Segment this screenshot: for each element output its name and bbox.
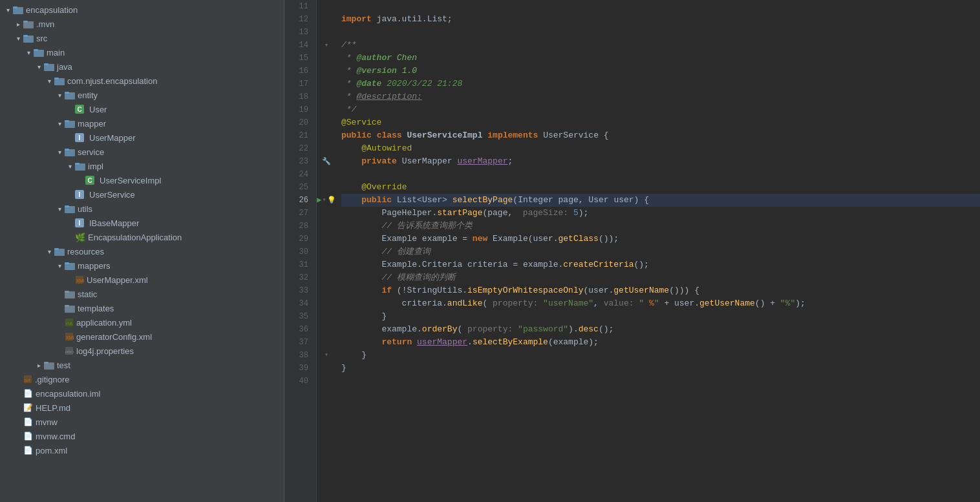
tree-item-label: User — [89, 105, 107, 114]
gutter-line — [317, 90, 336, 103]
debug-icon[interactable]: 🔧 — [322, 155, 331, 168]
tree-item-label: templates — [78, 304, 114, 313]
line-number: 11 — [290, 0, 311, 13]
gutter-line — [317, 323, 336, 336]
tree-item-mvnw[interactable]: 📄mvnw — [0, 415, 284, 429]
code-line — [341, 168, 980, 181]
tree-item-label: static — [78, 289, 97, 299]
svg-text:XML: XML — [76, 278, 84, 283]
line-number: 35 — [290, 310, 311, 323]
tree-item-resources[interactable]: resources — [0, 244, 284, 258]
line-number: 18 — [290, 90, 311, 103]
tree-item-label: resources — [67, 247, 104, 256]
tree-arrow-icon — [54, 120, 65, 127]
gutter-line — [317, 0, 336, 13]
tree-item-static[interactable]: static — [0, 287, 284, 301]
tree-item-mapper[interactable]: mapper — [0, 116, 284, 131]
svg-text:GIT: GIT — [25, 379, 31, 382]
tree-item-UserMapper.xml[interactable]: XMLUserMapper.xml — [0, 273, 284, 287]
tree-item-label: mappers — [78, 261, 111, 271]
fold-icon[interactable]: ▾ — [325, 39, 329, 52]
tree-item-encapsulation[interactable]: encapsulation — [0, 3, 284, 17]
svg-rect-39 — [44, 362, 48, 364]
tree-item-User[interactable]: CUser — [0, 102, 284, 116]
tree-item-test[interactable]: test — [0, 358, 284, 372]
tree-item-mvn[interactable]: .mvn — [0, 17, 284, 31]
gutter-line — [317, 310, 336, 323]
gutter-line — [317, 271, 336, 284]
tree-item-pom.xml[interactable]: 📄pom.xml — [0, 443, 284, 457]
tree-item-label: UserService — [89, 190, 135, 200]
tree-item-log4j.properties[interactable]: PROlog4j.properties — [0, 344, 284, 358]
tree-item-application.yml[interactable]: YMLapplication.yml — [0, 315, 284, 329]
tree-item-IBaseMapper[interactable]: IIBaseMapper — [0, 216, 284, 230]
code-line: return userMapper.selectByExample(exampl… — [341, 336, 980, 349]
tree-item-label: mvnw — [36, 417, 58, 427]
tree-item-java[interactable]: java — [0, 59, 284, 74]
tree-item-label: service — [78, 147, 104, 157]
line-number: 34 — [290, 297, 311, 310]
tree-item-label: utils — [78, 204, 92, 214]
tree-item-main[interactable]: main — [0, 45, 284, 59]
folder-open-icon — [13, 5, 23, 14]
gutter-line — [317, 52, 336, 65]
tree-item-gitignore[interactable]: GIT.gitignore — [0, 372, 284, 386]
line-number: 13 — [290, 26, 311, 39]
tree-item-UserMapper[interactable]: IUserMapper — [0, 131, 284, 145]
tree-arrow-icon — [44, 78, 54, 85]
iml-icon: 📄 — [23, 389, 33, 398]
tree-item-encapsulation.iml[interactable]: 📄encapsulation.iml — [0, 386, 284, 401]
class-icon: C — [75, 105, 87, 114]
folder-open-icon — [54, 247, 65, 256]
svg-rect-7 — [34, 49, 38, 51]
tree-item-EncapsulationApplication[interactable]: 🌿EncapsulationApplication — [0, 230, 284, 244]
tree-item-UserService[interactable]: IUserService — [0, 187, 284, 202]
code-content: import java.util.List;/** * @author Chen… — [336, 0, 980, 502]
bulb-icon[interactable]: 💡 — [327, 194, 336, 207]
gutter-line — [317, 26, 336, 39]
tree-item-templates[interactable]: templates — [0, 301, 284, 315]
line-number: 12 — [290, 13, 311, 26]
interface-icon: I — [75, 133, 87, 142]
mvnw-icon: 📄 — [23, 432, 33, 441]
code-line — [341, 0, 980, 13]
tree-item-mvnw.cmd[interactable]: 📄mvnw.cmd — [0, 429, 284, 443]
mvnw-icon: 📄 — [23, 417, 33, 426]
gutter-line — [317, 362, 336, 375]
tree-item-service[interactable]: service — [0, 145, 284, 159]
code-line: public List<User> selectByPage(Integer p… — [341, 194, 980, 207]
tree-item-label: src — [36, 34, 47, 43]
fold-icon[interactable]: ▾ — [323, 194, 326, 207]
tree-item-HELP.md[interactable]: 📝HELP.md — [0, 401, 284, 415]
folder-open-icon — [65, 90, 75, 99]
line-number: 36 — [290, 323, 311, 336]
tree-item-impl[interactable]: impl — [0, 159, 284, 173]
svg-rect-5 — [23, 35, 28, 37]
tree-item-mappers[interactable]: mappers — [0, 258, 284, 273]
code-line: PageHelper.startPage(page, pageSize: 5); — [341, 207, 980, 220]
gutter-line — [317, 284, 336, 297]
tree-item-label: UserMapper — [89, 133, 136, 143]
tree-item-UserServiceImpl[interactable]: CUserServiceImpl — [0, 173, 284, 187]
tree-item-entity[interactable]: entity — [0, 88, 284, 102]
line-number: 39 — [290, 362, 311, 375]
tree-item-label: impl — [88, 162, 103, 171]
line-number: 33 — [290, 284, 311, 297]
tree-arrow-icon — [13, 21, 23, 28]
yml-icon: YML — [65, 318, 74, 327]
code-line — [341, 375, 980, 388]
line-number: 14 — [290, 39, 311, 52]
tree-item-com.njust.encapsulation[interactable]: com.njust.encapsulation — [0, 74, 284, 88]
tree-item-utils[interactable]: utils — [0, 202, 284, 216]
file-tree[interactable]: encapsulation.mvnsrcmainjavacom.njust.en… — [0, 0, 284, 502]
gutter-line — [317, 116, 336, 129]
fold-end-icon[interactable]: ▾ — [325, 349, 328, 362]
tree-item-src[interactable]: src — [0, 31, 284, 45]
gutter-line: ▾ — [317, 39, 336, 52]
code-line — [341, 26, 980, 39]
gutter-line — [317, 78, 336, 90]
run-icon[interactable]: ▶ — [317, 194, 321, 207]
svg-rect-1 — [13, 6, 17, 8]
tree-item-generatorConfig.xml[interactable]: XMLgeneratorConfig.xml — [0, 329, 284, 344]
gutter-line — [317, 142, 336, 155]
